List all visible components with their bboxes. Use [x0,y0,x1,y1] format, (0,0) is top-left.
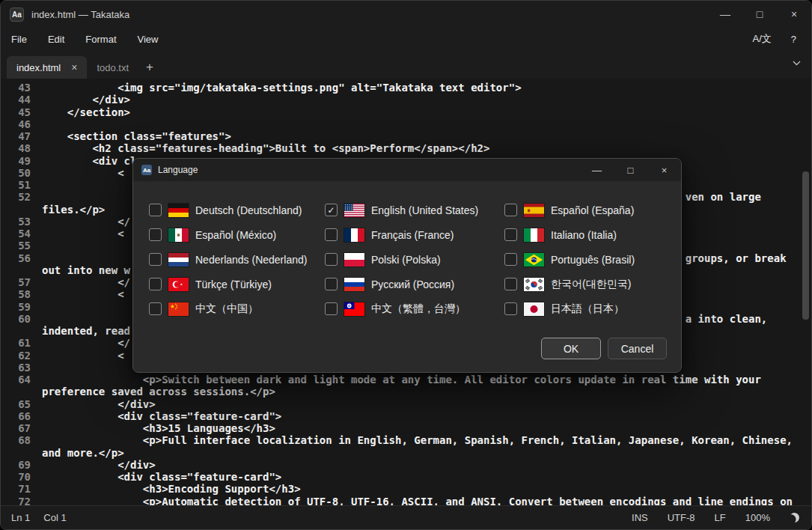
maximize-button[interactable]: □ [742,1,777,28]
cancel-button[interactable]: Cancel [608,338,667,359]
dialog-minimize-button[interactable]: — [580,159,614,181]
code-line [31,179,42,191]
language-option-ru[interactable]: Русский (Россия) [325,272,504,296]
menu-edit[interactable]: Edit [37,28,75,50]
language-checkbox[interactable] [504,302,517,315]
window-controls: — □ × [708,1,811,28]
flag-fr-icon [344,228,364,242]
language-option-fr[interactable]: Français (France) [325,222,504,247]
flag-mx-icon [168,228,189,242]
close-button[interactable]: × [777,1,811,28]
menu-file[interactable]: File [1,28,37,50]
tab-index-html[interactable]: index.html× [7,56,87,79]
status-right-items: INSUTF-8LF100% [632,512,770,523]
code-text: <section class="features"> [42,130,231,142]
language-option-tw[interactable]: 中文（繁體，台灣） [325,296,504,321]
language-checkbox[interactable] [504,278,517,290]
language-option-pl[interactable]: Polski (Polska) [325,247,504,272]
dark-mode-moon-icon[interactable] [789,512,800,523]
language-checkbox[interactable] [149,278,162,290]
code-line: </div> [31,94,130,106]
language-grid: Deutsch (Deutschland)✓English (United St… [133,181,681,321]
dialog-close-button[interactable]: × [647,159,681,181]
language-checkbox[interactable] [149,228,162,241]
menu-format[interactable]: Format [75,28,126,50]
language-option-kr[interactable]: 한국어(대한민국) [504,272,681,296]
code-text: a into clean, [686,313,768,325]
language-checkbox[interactable] [325,302,338,315]
code-text: </section> [42,106,130,118]
code-text: </div> [42,459,156,471]
editor-row: 65 </div> [1,398,811,410]
tab-close-icon[interactable]: × [71,62,77,73]
code-text: <h3>15 Languages</h3> [42,422,275,434]
language-checkbox[interactable] [149,302,162,315]
tab-strip: index.html×todo.txt [7,56,138,79]
code-text: </div> [42,94,130,106]
language-label: Deutsch (Deutschland) [195,204,302,216]
line-number [1,264,31,276]
code-line: </section> [31,106,130,118]
language-checkbox[interactable] [149,204,162,216]
menu-view[interactable]: View [127,28,169,50]
language-option-br[interactable]: Português (Brasil) [504,247,681,272]
code-text: < [42,167,124,179]
editor-row: 71 <h3>Encoding Support</h3> [1,483,811,495]
line-number: 60 [1,313,31,325]
language-option-it[interactable]: Italiano (Italia) [504,222,681,247]
language-checkbox[interactable] [504,204,517,216]
language-option-jp[interactable]: 日本語（日本） [504,296,681,321]
editor-row: 64 <p>Switch between dark and light mode… [1,374,811,386]
language-option-de[interactable]: Deutsch (Deutschland) [149,198,325,222]
flag-tr-icon [168,278,189,291]
language-label: English (United States) [371,204,478,216]
line-number: 61 [1,337,31,349]
language-label: Español (España) [551,204,634,216]
language-checkbox[interactable] [504,228,517,241]
language-option-tr[interactable]: Türkçe (Türkiye) [149,272,325,296]
code-text: groups, or break [686,252,787,264]
language-option-nl[interactable]: Nederlands (Nederland) [149,247,325,272]
scrollbar-thumb[interactable] [802,171,809,320]
dialog-maximize-button[interactable]: □ [614,159,647,181]
ime-language-indicator[interactable]: A/文 [752,32,771,46]
language-checkbox[interactable] [325,228,338,241]
app-window: Aa index.html — Takataka — □ × FileEditF… [0,0,812,530]
language-option-us[interactable]: ✓English (United States) [325,198,504,222]
line-number: 59 [1,301,31,313]
new-tab-button[interactable]: + [138,56,161,79]
code-text: </ [42,276,130,288]
code-text: <p>Switch between dark and light mode at… [42,374,761,386]
dialog-title: Language [158,165,198,175]
tab-list-chevron-icon[interactable] [793,50,801,76]
editor-row: and more.</p> [1,447,811,459]
line-number: 71 [1,483,31,495]
language-label: 日本語（日本） [551,302,624,316]
flag-it-icon [524,228,544,242]
code-line: files.</p> [31,204,105,216]
flag-pl-icon [344,253,364,266]
line-number: 67 [1,422,31,434]
editor-row: 69 </div> [1,459,811,471]
editor-row: preference saved across sessions.</p> [1,386,811,398]
code-line [31,118,42,130]
code-line: < [31,350,124,362]
language-checkbox[interactable] [325,253,338,266]
help-button[interactable]: ? [791,34,796,45]
language-checkbox[interactable] [149,253,162,266]
language-checkbox[interactable] [504,253,517,266]
minimize-button[interactable]: — [708,1,742,28]
line-number: 43 [1,82,31,94]
language-option-es[interactable]: Español (España) [504,198,681,222]
language-option-cn[interactable]: 中文（中国） [149,296,325,321]
line-number: 70 [1,471,31,483]
dialog-buttons: OK Cancel [133,321,681,359]
language-checkbox-checked[interactable]: ✓ [325,204,338,216]
language-checkbox[interactable] [325,278,338,290]
language-option-mx[interactable]: Español (México) [149,222,325,247]
tab-todo-txt[interactable]: todo.txt [87,56,138,79]
editor-row: 66 <div class="feature-card"> [1,410,811,422]
ok-button[interactable]: OK [541,338,601,359]
title-bar: Aa index.html — Takataka — □ × [1,1,811,28]
code-line: <div class="feature-card"> [31,471,281,483]
